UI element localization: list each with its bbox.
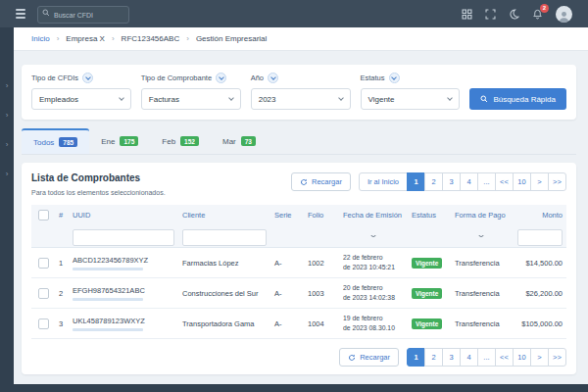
pager-page[interactable]: 1 <box>407 172 425 191</box>
apps-grid-icon[interactable] <box>462 9 472 20</box>
select-all-checkbox[interactable] <box>38 210 49 220</box>
breadcrumb-item-gestion[interactable]: Gestión Empresarial <box>196 34 267 43</box>
column-header: Cliente <box>178 211 270 220</box>
dark-mode-moon-icon[interactable] <box>509 9 519 20</box>
forma-pago-value: Transferencia <box>451 319 512 328</box>
sidebar-chevron-icon[interactable]: › <box>6 112 9 120</box>
folio-value: 1003 <box>304 289 339 298</box>
filter-estatus: Estatus Vigente <box>361 73 461 110</box>
pager-rewind[interactable]: << <box>495 172 514 191</box>
tab-count-badge: 785 <box>59 137 77 147</box>
select-value: Facturas <box>149 95 179 104</box>
reload-label: Recargar <box>360 353 390 362</box>
pager-ellipsis[interactable]: ... <box>477 348 496 367</box>
table-row[interactable]: 3 UKL458789123WXYZ Transportadora Gama A… <box>31 309 566 339</box>
search-icon <box>480 95 488 103</box>
pager-last[interactable]: >> <box>548 348 566 367</box>
breadcrumb-item-rfc[interactable]: RFC123456ABC <box>122 34 180 43</box>
forma-pago-value: Transferencia <box>451 289 512 298</box>
filter-ano: Año 2023 <box>251 73 351 110</box>
breadcrumb-item-empresa[interactable]: Empresa X <box>66 34 105 43</box>
chevron-chip-icon[interactable] <box>216 73 226 83</box>
row-checkbox[interactable] <box>38 318 49 329</box>
column-header: Fecha de Emisión <box>339 211 408 220</box>
pager-page[interactable]: 4 <box>460 172 478 191</box>
pagination-top: Ir al Inicio 1 2 3 4 ... << 10 > >> <box>359 172 566 191</box>
row-checkbox[interactable] <box>38 288 49 299</box>
tipo-cfdis-select[interactable]: Empleados <box>31 88 131 110</box>
cliente-value: Construcciones del Sur <box>178 289 270 298</box>
fecha-line1: 20 de febrero <box>343 283 404 293</box>
estatus-select[interactable]: Vigente <box>361 88 461 110</box>
uuid-highlight-bar <box>73 298 143 301</box>
tab-label: Feb <box>162 137 175 146</box>
filters-panel: Tipo de CFDIs Empleados Tipo de Comproba… <box>22 65 576 120</box>
column-header: Monto <box>512 211 566 220</box>
sidebar-chevron-icon[interactable]: › <box>6 171 9 178</box>
column-header: Estatus <box>408 211 451 220</box>
pager-ellipsis[interactable]: ... <box>477 172 496 191</box>
menu-icon[interactable] <box>16 9 25 19</box>
list-subtitle: Para todos los elementos seleccionionado… <box>31 189 166 196</box>
fecha-line1: 22 de febrero <box>343 253 404 263</box>
uuid-filter-input[interactable] <box>73 229 174 246</box>
column-header: Folio <box>304 211 339 220</box>
pagination-bottom: Recargar 1 2 3 4 ... << 10 > >> <box>31 348 566 367</box>
reload-button[interactable]: Recargar <box>339 348 399 367</box>
pager-page[interactable]: 3 <box>442 172 461 191</box>
chevron-chip-icon[interactable] <box>389 73 400 83</box>
quick-search-button[interactable]: Búsqueda Rápida <box>469 88 566 110</box>
user-avatar[interactable] <box>556 6 572 23</box>
pager-page[interactable]: 3 <box>442 348 461 367</box>
pager-page[interactable]: 10 <box>513 348 531 367</box>
monto-filter-input[interactable] <box>517 229 563 246</box>
search-input[interactable] <box>37 6 129 24</box>
pager-next[interactable]: > <box>530 348 549 367</box>
pager-page[interactable]: 2 <box>424 172 443 191</box>
sidebar-chevron-icon[interactable]: › <box>6 82 9 90</box>
serie-value: A- <box>270 289 304 298</box>
main-content: Tipo de CFDIs Empleados Tipo de Comproba… <box>14 51 588 384</box>
pager-page[interactable]: 4 <box>460 348 478 367</box>
tab-todos[interactable]: Todos 785 <box>22 128 89 154</box>
breadcrumb-item-inicio[interactable]: Inicio <box>31 34 50 43</box>
fecha-filter-chevron-icon[interactable] <box>370 235 376 237</box>
status-badge: Vigente <box>412 318 442 329</box>
table-row[interactable]: 1 ABCD1223456789XYZ Farmacias López A- 1… <box>31 248 566 278</box>
chevron-chip-icon[interactable] <box>268 73 278 83</box>
pager-page[interactable]: 2 <box>424 348 443 367</box>
tab-count-badge: 152 <box>180 136 199 146</box>
tab-mar[interactable]: Mar 73 <box>211 128 268 154</box>
column-header: Serie <box>270 211 304 220</box>
row-number: 1 <box>55 259 69 268</box>
monto-value: $26,200.00 <box>512 289 566 298</box>
tab-count-badge: 73 <box>241 136 256 146</box>
reload-button[interactable]: Recargar <box>291 172 351 191</box>
ano-select[interactable]: 2023 <box>251 88 351 110</box>
pager-rewind[interactable]: << <box>495 348 514 367</box>
list-title: Lista de Comprobantes <box>31 172 166 183</box>
collapsed-sidebar[interactable]: › › › › <box>0 27 14 392</box>
quick-search-label: Búsqueda Rápida <box>493 95 556 104</box>
fullscreen-icon[interactable] <box>485 9 496 20</box>
table-row[interactable]: 2 EFGH987654321ABC Construcciones del Su… <box>31 278 566 309</box>
cliente-filter-input[interactable] <box>182 229 267 246</box>
chevron-chip-icon[interactable] <box>82 73 93 83</box>
filter-label: Año <box>251 74 264 82</box>
pager-page[interactable]: 10 <box>513 172 531 191</box>
pager-last[interactable]: >> <box>548 172 566 191</box>
sidebar-chevron-icon[interactable]: › <box>6 141 9 149</box>
pager-page[interactable]: 1 <box>407 348 425 367</box>
notifications-bell-icon[interactable]: 2 <box>532 9 543 20</box>
status-badge: Vigente <box>412 288 442 299</box>
tipo-comprobante-select[interactable]: Facturas <box>141 88 241 110</box>
pager-next[interactable]: > <box>530 172 549 191</box>
tab-ene[interactable]: Ene 175 <box>89 128 150 154</box>
tab-feb[interactable]: Feb 152 <box>150 128 211 154</box>
footer-bar <box>0 384 588 392</box>
fecha-line1: 19 de febrero <box>343 314 404 323</box>
pago-filter-chevron-icon[interactable] <box>478 235 484 237</box>
pager-go-first[interactable]: Ir al Inicio <box>359 172 408 191</box>
folio-value: 1004 <box>304 319 339 328</box>
row-checkbox[interactable] <box>38 258 49 269</box>
